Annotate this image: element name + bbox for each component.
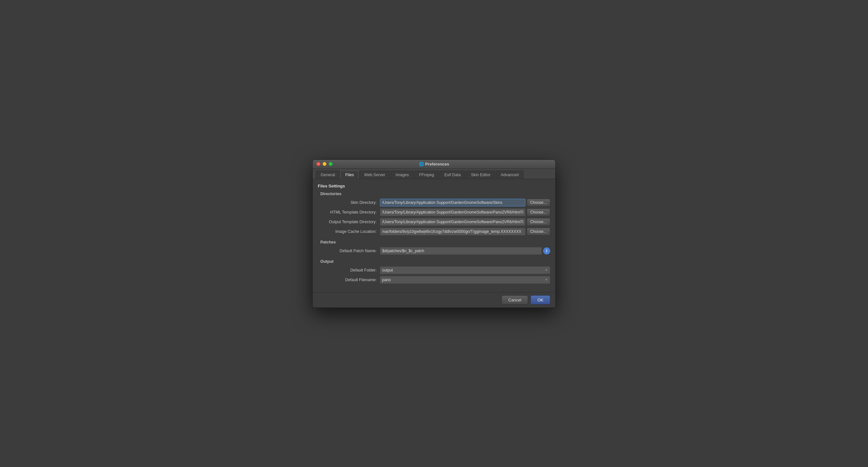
skin-directory-input-group: Choose... [380, 199, 550, 206]
image-cache-label: Image Cache Location: [320, 229, 380, 234]
maximize-button[interactable] [329, 162, 333, 166]
directories-title: Directories [320, 192, 550, 196]
cancel-button[interactable]: Cancel [502, 295, 528, 304]
default-patch-name-input-group: i [380, 247, 550, 255]
output-section: Output Default Folder: output ▼ Default … [320, 259, 550, 284]
output-template-directory-row: Output Template Directory: Choose... [320, 218, 550, 226]
html-template-directory-row: HTML Template Directory: Choose... [320, 208, 550, 216]
default-folder-row: Default Folder: output ▼ [320, 266, 550, 274]
tab-skineditor[interactable]: Skin Editor [466, 171, 495, 179]
output-template-choose-button[interactable]: Choose... [527, 218, 550, 226]
info-button[interactable]: i [543, 247, 550, 255]
section-title: Files Settings [318, 183, 550, 188]
output-title: Output [320, 259, 550, 264]
tab-webserver[interactable]: Web Server [359, 171, 390, 179]
default-patch-name-input[interactable] [380, 247, 542, 255]
window-title: 🌐 Preferences [419, 162, 449, 167]
default-filename-dropdown[interactable]: pano ▼ [380, 276, 550, 284]
ok-button[interactable]: OK [531, 295, 550, 304]
patches-section: Patches Default Patch Name: i [320, 240, 550, 255]
close-button[interactable] [316, 162, 320, 166]
default-filename-label: Default Filename: [320, 278, 380, 282]
default-folder-dropdown[interactable]: output ▼ [380, 266, 550, 274]
dropdown-arrow-icon: ▼ [545, 268, 548, 272]
skin-directory-input[interactable] [380, 199, 525, 206]
directories-section: Directories Skin Directory: Choose... HT… [320, 192, 550, 235]
image-cache-input[interactable] [380, 228, 525, 235]
app-icon: 🌐 [419, 162, 425, 167]
html-template-input-group: Choose... [380, 208, 550, 216]
html-template-input[interactable] [380, 208, 525, 216]
image-cache-row: Image Cache Location: Choose... [320, 228, 550, 235]
output-template-input[interactable] [380, 218, 525, 226]
image-cache-choose-button[interactable]: Choose... [527, 228, 550, 235]
minimize-button[interactable] [322, 162, 327, 166]
skin-directory-choose-button[interactable]: Choose... [527, 199, 550, 206]
skin-directory-row: Skin Directory: Choose... [320, 199, 550, 206]
tab-advanced[interactable]: Advanced [496, 171, 524, 179]
tab-exifdata[interactable]: Exif Data [439, 171, 466, 179]
image-cache-input-group: Choose... [380, 228, 550, 235]
default-folder-value: output [382, 268, 393, 272]
titlebar: 🌐 Preferences [313, 160, 555, 169]
tab-general[interactable]: General [316, 171, 340, 179]
html-template-label: HTML Template Directory: [320, 210, 380, 214]
html-template-choose-button[interactable]: Choose... [527, 208, 550, 216]
content-area: Files Settings Directories Skin Director… [313, 179, 555, 308]
default-patch-name-row: Default Patch Name: i [320, 247, 550, 255]
output-template-input-group: Choose... [380, 218, 550, 226]
output-template-label: Output Template Directory: [320, 220, 380, 224]
default-patch-name-label: Default Patch Name: [320, 249, 380, 253]
tab-ffmpeg[interactable]: FFmpeg [414, 171, 439, 179]
window-controls [316, 162, 333, 166]
footer: Cancel OK [313, 292, 555, 308]
tab-bar: General Files Web Server Images FFmpeg E… [313, 169, 555, 179]
tab-images[interactable]: Images [391, 171, 414, 179]
default-filename-row: Default Filename: pano ▼ [320, 276, 550, 284]
tab-files[interactable]: Files [340, 171, 358, 179]
preferences-window: 🌐 Preferences General Files Web Server I… [312, 159, 556, 308]
default-folder-label: Default Folder: [320, 268, 380, 272]
dropdown-arrow-icon-2: ▼ [545, 278, 548, 282]
default-filename-value: pano [382, 278, 391, 282]
skin-directory-label: Skin Directory: [320, 200, 380, 205]
patches-title: Patches [320, 240, 550, 244]
